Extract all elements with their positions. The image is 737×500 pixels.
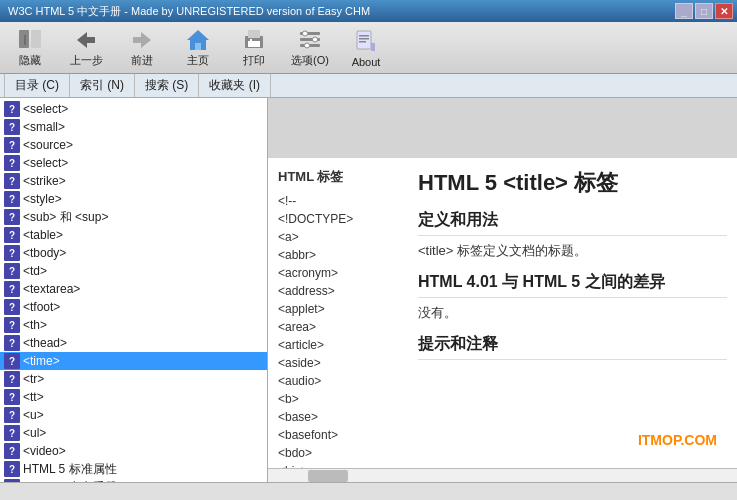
- hide-button[interactable]: 隐藏: [4, 25, 56, 71]
- tree-item[interactable]: ?<tt>: [0, 388, 267, 406]
- tree-scroll[interactable]: ?<select>?<small>?<source>?<select>?<str…: [0, 98, 267, 482]
- tree-item-label: <video>: [23, 444, 66, 458]
- tree-item-icon: ?: [4, 227, 20, 243]
- print-icon: [240, 28, 268, 52]
- svg-point-16: [303, 31, 308, 36]
- tree-item-icon: ?: [4, 317, 20, 333]
- tree-item-label: <time>: [23, 354, 60, 368]
- right-content[interactable]: HTML 标签 <!--<!DOCTYPE><a><abbr><acronym>…: [268, 98, 737, 468]
- maximize-button[interactable]: □: [695, 3, 713, 19]
- tree-item[interactable]: ?<small>: [0, 118, 267, 136]
- gray-header-bar: [268, 98, 737, 158]
- nav-tabs: 目录 (C) 索引 (N) 搜索 (S) 收藏夹 (I): [0, 74, 737, 98]
- hide-icon: [16, 28, 44, 52]
- tree-item[interactable]: ?<time>: [0, 352, 267, 370]
- tree-item-icon: ?: [4, 155, 20, 171]
- tree-item[interactable]: ?<source>: [0, 136, 267, 154]
- tree-item[interactable]: ?<video>: [0, 442, 267, 460]
- html-tag-item[interactable]: <article>: [278, 336, 398, 354]
- html-tag-item[interactable]: <address>: [278, 282, 398, 300]
- tree-item-icon: ?: [4, 425, 20, 441]
- tree-item[interactable]: ?<style>: [0, 190, 267, 208]
- minimize-button[interactable]: _: [675, 3, 693, 19]
- html-tag-item[interactable]: <!--: [278, 192, 398, 210]
- html-tag-item[interactable]: <a>: [278, 228, 398, 246]
- svg-rect-12: [250, 39, 252, 41]
- tree-item[interactable]: ?<ul>: [0, 424, 267, 442]
- tree-item-label: <select>: [23, 102, 68, 116]
- tree-item-icon: ?: [4, 407, 20, 423]
- section1-text: <title> 标签定义文档的标题。: [418, 242, 727, 260]
- tree-item[interactable]: ?<thead>: [0, 334, 267, 352]
- tree-item[interactable]: ?<strike>: [0, 172, 267, 190]
- close-button[interactable]: ✕: [715, 3, 733, 19]
- back-button[interactable]: 上一步: [60, 25, 112, 71]
- toolbar: 隐藏 上一步 前进 主页: [0, 22, 737, 74]
- tree-item[interactable]: ?<td>: [0, 262, 267, 280]
- section1-heading: 定义和用法: [418, 210, 727, 236]
- tree-item-label: <table>: [23, 228, 63, 242]
- tab-search[interactable]: 搜索 (S): [135, 74, 199, 97]
- tree-item-label: HTML 5 参考手册: [23, 479, 117, 483]
- back-label: 上一步: [70, 53, 103, 68]
- html-tag-item[interactable]: <base>: [278, 408, 398, 426]
- html-tag-item[interactable]: <bdo>: [278, 444, 398, 462]
- tree-item-label: <textarea>: [23, 282, 80, 296]
- about-icon: [352, 28, 380, 55]
- html-tag-item[interactable]: <applet>: [278, 300, 398, 318]
- html-tag-item[interactable]: <audio>: [278, 372, 398, 390]
- forward-icon: [128, 28, 156, 52]
- svg-rect-6: [133, 37, 141, 43]
- tab-index[interactable]: 索引 (N): [70, 74, 135, 97]
- tree-item[interactable]: ?<select>: [0, 100, 267, 118]
- options-button[interactable]: 选项(O): [284, 25, 336, 71]
- print-label: 打印: [243, 53, 265, 68]
- tree-item-icon: ?: [4, 461, 20, 477]
- tree-item[interactable]: ?<textarea>: [0, 280, 267, 298]
- html-tag-item[interactable]: <!DOCTYPE>: [278, 210, 398, 228]
- main-heading: HTML 5 <title> 标签: [418, 168, 727, 198]
- tree-item-icon: ?: [4, 371, 20, 387]
- tree-item[interactable]: ?<table>: [0, 226, 267, 244]
- horizontal-scrollbar[interactable]: [268, 468, 737, 482]
- svg-rect-11: [248, 41, 260, 47]
- forward-button[interactable]: 前进: [116, 25, 168, 71]
- tree-item[interactable]: ?<tfoot>: [0, 298, 267, 316]
- about-button[interactable]: About: [340, 25, 392, 71]
- html-tag-item[interactable]: <abbr>: [278, 246, 398, 264]
- html-tag-list-column: HTML 标签 <!--<!DOCTYPE><a><abbr><acronym>…: [278, 168, 398, 468]
- html-tag-item[interactable]: <b>: [278, 390, 398, 408]
- html-tag-item[interactable]: <aside>: [278, 354, 398, 372]
- tree-item-icon: ?: [4, 137, 20, 153]
- svg-marker-3: [77, 32, 87, 48]
- svg-rect-19: [357, 31, 371, 49]
- html-tag-item[interactable]: <area>: [278, 318, 398, 336]
- tree-item[interactable]: ?<sub> 和 <sup>: [0, 208, 267, 226]
- tree-item-label: <tr>: [23, 372, 44, 386]
- tree-item-label: <u>: [23, 408, 44, 422]
- main-content-column: HTML 5 <title> 标签 定义和用法 <title> 标签定义文档的标…: [418, 168, 727, 468]
- html-tag-item[interactable]: <big>: [278, 462, 398, 468]
- tree-item[interactable]: ?<select>: [0, 154, 267, 172]
- html-tag-item[interactable]: <basefont>: [278, 426, 398, 444]
- tab-favorites[interactable]: 收藏夹 (I): [199, 74, 271, 97]
- tree-item[interactable]: ?<u>: [0, 406, 267, 424]
- svg-point-18: [305, 43, 310, 48]
- tab-contents[interactable]: 目录 (C): [4, 74, 70, 97]
- tree-item[interactable]: ?<th>: [0, 316, 267, 334]
- html-tag-item[interactable]: <acronym>: [278, 264, 398, 282]
- tree-item[interactable]: ?HTML 5 参考手册: [0, 478, 267, 482]
- tree-item[interactable]: ?HTML 5 标准属性: [0, 460, 267, 478]
- tree-item-icon: ?: [4, 101, 20, 117]
- svg-marker-23: [371, 43, 375, 51]
- tree-item-label: HTML 5 标准属性: [23, 461, 117, 478]
- tree-item-icon: ?: [4, 443, 20, 459]
- svg-rect-8: [195, 43, 201, 50]
- tree-item-label: <tt>: [23, 390, 44, 404]
- print-button[interactable]: 打印: [228, 25, 280, 71]
- tree-item[interactable]: ?<tbody>: [0, 244, 267, 262]
- home-button[interactable]: 主页: [172, 25, 224, 71]
- tree-item[interactable]: ?<tr>: [0, 370, 267, 388]
- h-scrollbar-thumb[interactable]: [308, 470, 348, 482]
- html-tags-title: HTML 标签: [278, 168, 398, 186]
